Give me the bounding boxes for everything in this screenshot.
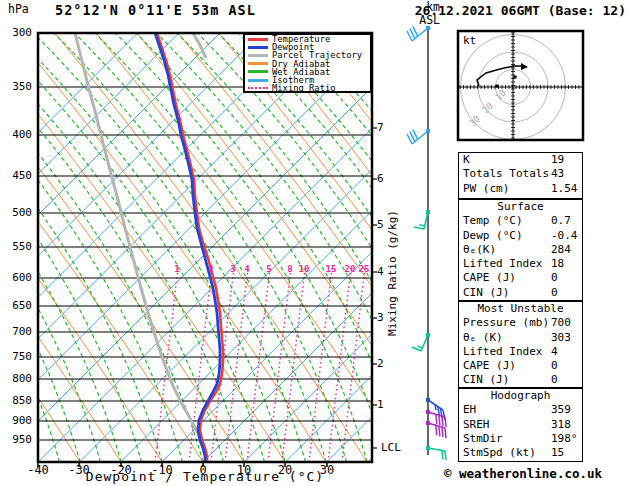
altitude-tick-label: 2 (377, 358, 384, 369)
panel-row-label: EH (463, 403, 476, 417)
panel-row-label: PW (cm) (463, 182, 509, 196)
mixing-ratio-axis-label: Mixing Ratio (g/kg) (387, 210, 398, 336)
mixing-ratio-value-label: 10 (299, 265, 310, 274)
pressure-tick-label: 600 (2, 272, 32, 283)
panel-row-label: Dewp (°C) (463, 229, 523, 243)
mixing-ratio-value-label: 4 (244, 265, 249, 274)
pressure-tick-label: 950 (2, 434, 32, 445)
panel-row: Temp (°C)0.7 (459, 214, 582, 228)
panel-row-value: 0 (551, 286, 558, 300)
legend-swatch-wet-adiabat (248, 70, 268, 73)
indices-panel-most-unstable: Most UnstablePressure (mb)700θₑ (K)303Li… (458, 301, 583, 388)
panel-row-label: K (463, 153, 470, 167)
panel-row: PW (cm)1.54 (459, 182, 582, 196)
panel-row-label: StmDir (463, 432, 503, 446)
legend-item: Mixing Ratio (245, 84, 370, 92)
temperature-tick-label: -40 (27, 464, 49, 476)
panel-row: K19 (459, 153, 582, 167)
wind-barb (426, 446, 446, 460)
panel-row-value: 0 (551, 359, 558, 373)
altitude-tick-label: 3 (377, 312, 384, 323)
pressure-tick-label: 700 (2, 326, 32, 337)
mixing-ratio-value-label: 15 (326, 265, 337, 274)
panel-row: StmSpd (kt)15 (459, 446, 582, 460)
panel-row: SREH318 (459, 418, 582, 432)
panel-row-value: 359 (551, 403, 571, 417)
panel-header: Hodograph (459, 389, 582, 403)
legend-swatch-isotherm (248, 79, 268, 82)
pressure-tick-label: 650 (2, 300, 32, 311)
panel-row-value: 0.7 (551, 214, 571, 228)
skewt-sounding-chart: 102030 hPa 52°12'N 0°11'E 53m ASL km ASL… (0, 0, 629, 486)
pressure-tick-label: 450 (2, 170, 32, 181)
mixing-ratio-value-label: 2 (208, 265, 213, 274)
altitude-tick-label: 1 (377, 399, 384, 410)
legend-swatch-temperature (248, 38, 268, 41)
copyright: © weatheronline.co.uk (444, 468, 602, 481)
panel-row-value: 318 (551, 418, 571, 432)
pressure-tick-label: 800 (2, 373, 32, 384)
panel-row: Dewp (°C)-0.4 (459, 229, 582, 243)
panel-row: EH359 (459, 403, 582, 417)
panel-row-label: StmSpd (kt) (463, 446, 536, 460)
pressure-tick-label: 550 (2, 241, 32, 252)
panel-header: Most Unstable (459, 302, 582, 316)
legend-swatch-dry-adiabat (248, 62, 268, 65)
mixing-ratio-value-label: 20 (345, 265, 356, 274)
lcl-label: LCL (381, 442, 401, 453)
panel-row-label: CAPE (J) (463, 271, 516, 285)
panel-row-label: Lifted Index (463, 345, 542, 359)
indices-panel-surface: SurfaceTemp (°C)0.7Dewp (°C)-0.4θₑ(K)284… (458, 199, 583, 301)
panel-row-value: 4 (551, 345, 558, 359)
wind-barb-column (407, 26, 446, 460)
panel-row: θₑ(K)284 (459, 243, 582, 257)
panel-row-value: 1.54 (551, 182, 578, 196)
panel-row-value: 19 (551, 153, 564, 167)
panel-row-value: 0 (551, 271, 558, 285)
wind-barb (407, 26, 430, 41)
panel-row-value: 43 (551, 167, 564, 181)
altitude-tick-label: 4 (377, 266, 384, 277)
indices-panel-hodograph: HodographEH359SREH318StmDir198°StmSpd (k… (458, 388, 583, 462)
pressure-tick-label: 500 (2, 207, 32, 218)
indices-panel: K19Totals Totals43PW (cm)1.54 (458, 152, 583, 199)
panel-row-label: Pressure (mb) (463, 316, 549, 330)
panel-row-label: CIN (J) (463, 286, 509, 300)
valid-datetime: 26.12.2021 06GMT (Base: 12) (415, 4, 626, 17)
panel-row-value: 284 (551, 243, 571, 257)
panel-row-value: 303 (551, 331, 571, 345)
panel-row: CIN (J)0 (459, 373, 582, 387)
panel-row: θₑ (K)303 (459, 331, 582, 345)
pressure-tick-label: 900 (2, 415, 32, 426)
legend-swatch-parcel-trajectory (248, 54, 268, 57)
panel-row-value: 700 (551, 316, 571, 330)
pressure-tick-label: 350 (2, 81, 32, 92)
panel-row: StmDir198° (459, 432, 582, 446)
mixing-ratio-value-label: 8 (287, 265, 292, 274)
station-title: 52°12'N 0°11'E 53m ASL (55, 4, 256, 18)
panel-row: CIN (J)0 (459, 286, 582, 300)
panel-row-value: 0 (551, 373, 558, 387)
pressure-unit-label: hPa (8, 4, 29, 16)
panel-row-label: CIN (J) (463, 373, 509, 387)
wind-barb (412, 333, 430, 351)
mixing-ratio-value-label: 3 (230, 265, 235, 274)
mixing-ratio-value-label: 25 (359, 265, 370, 274)
mixing-ratio-value-label: 5 (266, 265, 271, 274)
panel-row-label: Temp (°C) (463, 214, 523, 228)
panel-header: Surface (459, 200, 582, 214)
panel-row: CAPE (J)0 (459, 359, 582, 373)
panel-row-value: -0.4 (551, 229, 578, 243)
panel-row: Totals Totals43 (459, 167, 582, 181)
legend-swatch-mixing-ratio (248, 87, 268, 89)
panel-row-label: SREH (463, 418, 490, 432)
panel-row-label: CAPE (J) (463, 359, 516, 373)
panel-row: Pressure (mb)700 (459, 316, 582, 330)
pressure-tick-label: 750 (2, 351, 32, 362)
altitude-tick-label: 5 (377, 219, 384, 230)
x-axis-label: Dewpoint / Temperature (°C) (86, 470, 324, 483)
legend-label: Mixing Ratio (272, 83, 336, 93)
wind-barb (407, 129, 430, 144)
panel-row-label: θₑ(K) (463, 243, 496, 257)
altitude-tick-label: 6 (377, 173, 384, 184)
